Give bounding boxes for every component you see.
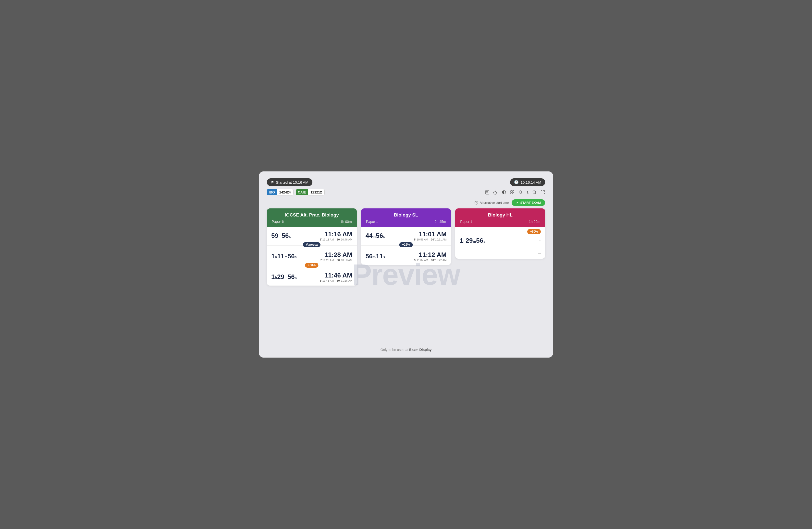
alt-clock-icon — [474, 201, 478, 205]
ibo-value: 242424 — [277, 189, 293, 195]
igcse-row-3: +50% 1h 29m 56s 11:46 AM 5'11:41 AM 30'1… — [267, 266, 357, 285]
hl-time-main: 1h 29m 56s — [460, 237, 485, 245]
hl-dash-2: – — [538, 251, 541, 256]
hl-title: Biology HL — [460, 212, 540, 218]
sl-duration: 0h 45m — [435, 220, 446, 224]
sl-body: 44m 56s 11:01 AM 5'10:56 AM 30'10:31 AM … — [361, 227, 451, 265]
igcse-endtime-2: 11:28 AM — [320, 251, 352, 259]
igcse-time-3: 1h 29m 56s — [271, 273, 297, 281]
t2-h: 1 — [271, 252, 275, 260]
plus50-badge-hl: +50% — [527, 229, 541, 234]
hl-badge-row: +50% — [455, 227, 545, 234]
zoom-out-icon[interactable] — [518, 190, 523, 195]
footer-text: Only to be used at — [380, 348, 409, 352]
sl-endtime-1: 11:01 AM — [414, 231, 447, 238]
footer: Only to be used at Exam Display — [267, 340, 545, 352]
vanessa-badge: Vanessa — [303, 242, 320, 247]
footer-brand: Exam Display — [409, 348, 432, 352]
hl-time-row: 1h 29m 56s - — [455, 234, 545, 247]
sl-t1-s: 56 — [376, 232, 383, 239]
t3-h: 1 — [271, 273, 275, 281]
plus25-badge: +25% — [399, 242, 412, 247]
igcse-time-1: 59m 56s — [271, 232, 291, 239]
svg-line-10 — [522, 193, 523, 194]
igcse-time-2: 1h 11m 56s — [271, 252, 297, 260]
hl-h: 1 — [460, 237, 463, 245]
contrast-icon[interactable] — [502, 190, 506, 195]
hl-m: 29 — [466, 237, 473, 245]
start-exam-button[interactable]: ✓ START EXAM — [512, 199, 545, 206]
sl-time-1: 44m 56s — [366, 232, 385, 239]
alt-start-row: Alternative start time ✓ START EXAM — [267, 199, 545, 206]
igcse-endtime-1: 11:16 AM — [320, 231, 352, 238]
clock-badge: 🕐 10:16:14 AM — [510, 178, 545, 186]
t2-s: 56 — [288, 252, 295, 260]
hl-s: 56 — [476, 237, 483, 245]
t1-min: 59 — [271, 232, 278, 239]
ibo-label: IBO — [267, 189, 277, 195]
zoom-in-icon[interactable] — [532, 190, 537, 195]
igcse-end-1: 11:16 AM 5'11:11 AM 30'10:46 AM — [320, 231, 352, 241]
cards-row: IGCSE Alt. Prac. Biology Paper 6 1h 00m … — [267, 208, 545, 285]
caie-label: CAIE — [296, 189, 308, 195]
igcse-duration: 1h 00m — [340, 220, 352, 224]
sl-end-2: 11:12 AM 5'11:07 AM 30'10:42 AM — [414, 251, 447, 262]
hl-duration: 1h 00m — [529, 220, 540, 224]
caie-tag: CAIE 121212 — [296, 189, 325, 195]
sl-endsub-2: 5'11:07 AM 30'10:42 AM — [414, 259, 447, 262]
igcse-meta: Paper 6 1h 00m — [272, 220, 352, 225]
igcse-end-3: 11:46 AM 5'11:41 AM 30'11:16 AM — [320, 271, 352, 282]
svg-rect-7 — [511, 192, 512, 194]
notes-icon[interactable] — [485, 190, 490, 195]
sl-card-header: Biology SL Paper 1 0h 45m — [361, 208, 451, 227]
igcse-paper: Paper 6 — [272, 220, 284, 224]
moon-icon[interactable] — [493, 190, 498, 195]
tags-row: IBO 242424 CAIE 121212 1 — [267, 189, 545, 195]
hl-paper: Paper 1 — [460, 220, 472, 224]
svg-line-13 — [535, 193, 536, 194]
caie-value: 121212 — [308, 189, 325, 195]
hl-card-header: Biology HL Paper 1 1h 00m — [455, 208, 545, 227]
t2-m: 11 — [277, 252, 284, 260]
igcse-body: 59m 56s 11:16 AM 5'11:11 AM 30'10:46 AM … — [267, 227, 357, 285]
flag-icon: ⚑ — [271, 180, 274, 185]
biology-sl-card: Biology SL Paper 1 0h 45m 44m 56s 11:01 … — [361, 208, 451, 265]
sl-end-1: 11:01 AM 5'10:56 AM 30'10:31 AM — [414, 231, 447, 241]
svg-rect-6 — [512, 191, 514, 192]
plus50-badge-igcse: +50% — [305, 263, 319, 268]
sl-t2-s: 11 — [376, 252, 383, 260]
start-exam-icon: ✓ — [516, 201, 519, 205]
toolbar-icons: 1 — [485, 190, 545, 195]
sl-time-2: 56m 11s — [366, 252, 385, 260]
started-label: Started at 10:16 AM — [276, 180, 308, 185]
hl-body: +50% 1h 29m 56s - – — [455, 227, 545, 259]
svg-rect-5 — [511, 191, 512, 192]
app-container: ⚑ Started at 10:16 AM 🕐 10:16:14 AM IBO … — [259, 172, 553, 357]
hl-meta: Paper 1 1h 00m — [460, 220, 540, 225]
alt-start-text: Alternative start time — [480, 201, 509, 205]
grid-icon[interactable] — [510, 190, 515, 195]
clock-label: 10:16:14 AM — [521, 180, 541, 185]
header-row: ⚑ Started at 10:16 AM 🕐 10:16:14 AM — [267, 178, 545, 186]
sl-title: Biology SL — [366, 212, 446, 218]
t3-m: 29 — [277, 273, 284, 281]
start-exam-label: START EXAM — [520, 201, 541, 205]
igcse-title: IGCSE Alt. Prac. Biology — [272, 212, 352, 218]
hl-dash-row: – — [455, 247, 545, 259]
igcse-endsub-1: 5'11:11 AM 30'10:46 AM — [320, 238, 352, 241]
alt-start-label: Alternative start time — [474, 201, 509, 205]
sl-row-2: +25% 56m 11s 11:12 AM 5'11:07 AM 30'10:4… — [361, 246, 451, 265]
igcse-card-header: IGCSE Alt. Prac. Biology Paper 6 1h 00m — [267, 208, 357, 227]
igcse-card: IGCSE Alt. Prac. Biology Paper 6 1h 00m … — [267, 208, 357, 285]
sl-paper: Paper 1 — [366, 220, 378, 224]
started-badge: ⚑ Started at 10:16 AM — [267, 178, 313, 186]
sl-endtime-2: 11:12 AM — [414, 251, 447, 259]
igcse-endsub-2: 5'11:23 AM 30'10:58 AM — [320, 259, 352, 262]
fullscreen-icon[interactable] — [540, 190, 545, 195]
igcse-end-2: 11:28 AM 5'11:23 AM 30'10:58 AM — [320, 251, 352, 262]
biology-hl-card: Biology HL Paper 1 1h 00m +50% 1h 29m 56… — [455, 208, 545, 259]
hl-dash-1: - — [539, 238, 541, 244]
clock-icon: 🕐 — [514, 180, 519, 185]
sl-meta: Paper 1 0h 45m — [366, 220, 446, 225]
t1-sec: 56 — [282, 232, 289, 239]
